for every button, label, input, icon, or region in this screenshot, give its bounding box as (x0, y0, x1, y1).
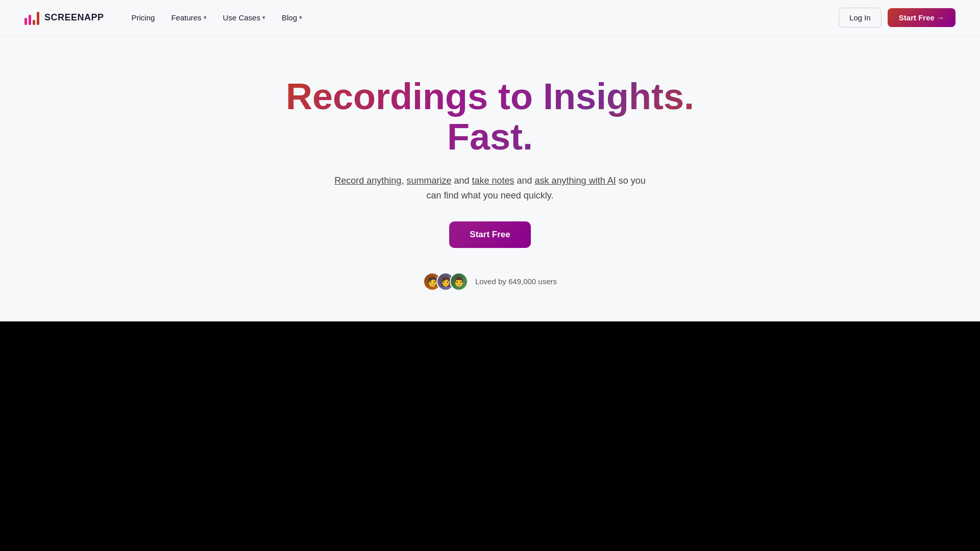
take-notes-link[interactable]: take notes (472, 176, 514, 186)
hero-subtitle: Record anything, summarize and take note… (332, 173, 648, 203)
logo-bar-2 (29, 15, 31, 25)
blog-chevron-icon: ▾ (299, 14, 302, 21)
navbar: SCREENAPP Pricing Features ▾ Use Cases ▾… (0, 0, 980, 36)
nav-start-free-button[interactable]: Start Free → (888, 8, 955, 27)
nav-links: Pricing Features ▾ Use Cases ▾ Blog ▾ (125, 9, 839, 26)
hero-title: Recordings to Insights. Fast. (286, 77, 694, 157)
avatar-group: 🧑 👩 👨 (423, 272, 468, 291)
ask-ai-link[interactable]: ask anything with AI (535, 176, 616, 186)
nav-blog[interactable]: Blog ▾ (275, 9, 309, 26)
demo-section (0, 321, 980, 551)
nav-features[interactable]: Features ▾ (164, 9, 213, 26)
use-cases-chevron-icon: ▾ (262, 14, 265, 21)
logo-icon (24, 11, 39, 25)
social-proof-text: Loved by 649,000 users (475, 277, 557, 286)
logo-link[interactable]: SCREENAPP (24, 11, 104, 25)
logo-bar-1 (24, 18, 27, 25)
nav-pricing[interactable]: Pricing (125, 9, 162, 26)
hero-start-free-button[interactable]: Start Free (449, 221, 530, 248)
nav-actions: Log In Start Free → (839, 8, 955, 28)
features-chevron-icon: ▾ (204, 14, 207, 21)
hero-section: Recordings to Insights. Fast. Record any… (0, 36, 980, 321)
login-button[interactable]: Log In (839, 8, 881, 28)
summarize-link[interactable]: summarize (406, 176, 451, 186)
logo-text: SCREENAPP (44, 12, 104, 23)
nav-use-cases[interactable]: Use Cases ▾ (216, 9, 273, 26)
logo-bar-3 (33, 20, 35, 25)
avatar: 👨 (450, 272, 468, 291)
social-proof: 🧑 👩 👨 Loved by 649,000 users (423, 272, 557, 291)
record-anything-link[interactable]: Record anything (334, 176, 401, 186)
logo-bar-4 (37, 12, 39, 25)
